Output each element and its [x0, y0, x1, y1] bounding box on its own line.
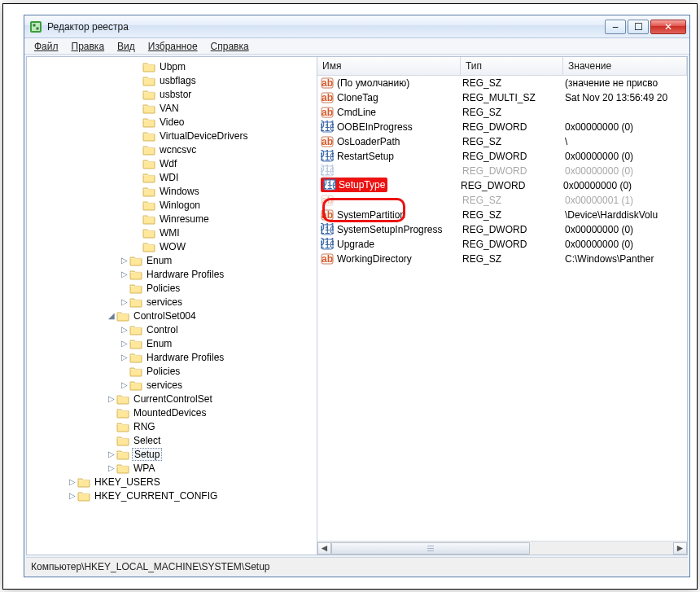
tree-node[interactable]: ▷Enum [28, 336, 317, 350]
tree-label: VAN [158, 103, 181, 114]
horizontal-scrollbar[interactable]: ◄ ► [317, 541, 687, 555]
value-data: \ [565, 136, 687, 147]
tree-twisty-icon[interactable]: ▷ [107, 463, 116, 472]
value-row[interactable]: SetupTypeREG_DWORD0x00000000 (0) [317, 178, 687, 193]
tree-node[interactable]: usbstor [28, 87, 317, 101]
tree-node[interactable]: Windows [28, 184, 317, 198]
menu-edit[interactable]: Правка [65, 39, 112, 54]
folder-icon [129, 283, 142, 294]
value-row[interactable]: RestartSetupREG_DWORD0x00000000 (0) [317, 149, 687, 164]
tree-node[interactable]: WMI [28, 226, 317, 239]
value-name: WorkingDirectory [337, 253, 462, 265]
menu-view[interactable]: Вид [111, 39, 142, 54]
value-row[interactable]: OsLoaderPathREG_SZ\ [317, 134, 687, 149]
tree-node[interactable]: ▷HKEY_CURRENT_CONFIG [28, 489, 317, 502]
value-row[interactable]: REG_DWORD0x00000000 (0) [317, 164, 687, 178]
tree-label: Windows [158, 186, 201, 197]
tree-node[interactable]: ▷Hardware Profiles [28, 350, 317, 364]
scroll-right-button[interactable]: ► [673, 542, 687, 555]
minimize-button[interactable]: – [605, 20, 626, 34]
menubar: Файл Правка Вид Избранное Справка [24, 38, 689, 55]
value-row[interactable]: UpgradeREG_DWORD0x00000000 (0) [317, 237, 687, 252]
tree-node[interactable]: ▷services [28, 295, 317, 309]
tree-node[interactable]: ▷WPA [28, 461, 317, 475]
tree-node[interactable]: Winlogon [28, 198, 317, 212]
value-row[interactable]: WorkingDirectoryREG_SZC:\Windows\Panther [317, 252, 687, 266]
tree-twisty-icon[interactable]: ▷ [68, 491, 77, 500]
value-type: REG_SZ [462, 209, 565, 221]
tree-node[interactable]: Policies [28, 281, 317, 295]
col-value[interactable]: Значение [563, 57, 687, 75]
value-type: REG_SZ [462, 136, 565, 147]
tree-twisty-icon[interactable]: ▷ [107, 449, 116, 458]
tree-node[interactable]: Wdf [28, 156, 317, 170]
tree-node[interactable]: Ubpm [28, 59, 317, 73]
tree-twisty-icon[interactable]: ▷ [120, 256, 129, 265]
titlebar[interactable]: Редактор реестра – ☐ ✕ [24, 15, 689, 38]
tree-node[interactable]: RNG [28, 419, 317, 433]
close-button[interactable]: ✕ [650, 20, 686, 34]
value-name: SystemSetupInProgress [337, 224, 462, 235]
value-row[interactable]: SystemPartitionREG_SZ\Device\HarddiskVol… [317, 208, 687, 222]
column-headers: Имя Тип Значение [317, 57, 687, 76]
maximize-button[interactable]: ☐ [628, 20, 649, 34]
tree-twisty-icon[interactable]: ▷ [107, 394, 116, 403]
value-row[interactable]: CmdLineREG_SZ [317, 105, 687, 120]
tree-node[interactable]: ▷Enum [28, 253, 317, 267]
value-type: REG_DWORD [462, 224, 565, 235]
tree-twisty-icon[interactable]: ▷ [120, 270, 129, 278]
tree-node[interactable]: Policies [28, 364, 317, 378]
col-type[interactable]: Тип [461, 57, 563, 75]
tree-node[interactable]: ▷CurrentControlSet [28, 392, 317, 406]
tree-twisty-icon[interactable]: ▷ [120, 380, 129, 389]
value-type: REG_SZ [462, 195, 565, 206]
col-name[interactable]: Имя [317, 57, 461, 75]
scroll-left-button[interactable]: ◄ [317, 542, 331, 555]
tree-node[interactable]: wcncsvc [28, 143, 317, 156]
tree-twisty-icon[interactable]: ◢ [107, 311, 116, 320]
reg-sz-icon [321, 106, 334, 119]
scroll-thumb[interactable] [331, 542, 530, 555]
tree-twisty-icon[interactable]: ▷ [120, 325, 129, 334]
value-name: SystemPartition [337, 209, 462, 221]
value-data: 0x00000000 (0) [565, 165, 687, 177]
folder-icon [142, 213, 155, 225]
tree-node[interactable]: ▷Setup [28, 447, 317, 461]
value-row[interactable]: SystemSetupInProgressREG_DWORD0x00000000… [317, 222, 687, 237]
tree-node[interactable]: Select [28, 433, 317, 447]
tree-node[interactable]: Winresume [28, 212, 317, 226]
folder-icon [116, 407, 129, 419]
reg-dword-icon [321, 238, 334, 251]
menu-file[interactable]: Файл [28, 39, 65, 54]
tree-node[interactable]: VirtualDeviceDrivers [28, 129, 317, 143]
value-row[interactable]: REG_SZ0x00000001 (1) [317, 193, 687, 208]
menu-favorites[interactable]: Избранное [142, 39, 204, 54]
tree-node[interactable]: ▷services [28, 378, 317, 392]
tree-node[interactable]: ▷HKEY_USERS [28, 475, 317, 489]
tree-node[interactable]: WOW [28, 239, 317, 253]
tree-node[interactable]: MountedDevices [28, 406, 317, 419]
tree-twisty-icon[interactable]: ▷ [120, 297, 129, 306]
value-row[interactable]: (По умолчанию)REG_SZ(значение не присво [317, 76, 687, 90]
value-row[interactable]: CloneTagREG_MULTI_SZSat Nov 20 13:56:49 … [317, 90, 687, 105]
reg-dword-icon [321, 223, 334, 236]
tree-label: Select [132, 435, 162, 446]
tree-node[interactable]: ▷Control [28, 322, 317, 336]
tree-node[interactable]: WDI [28, 170, 317, 184]
tree-node[interactable]: VAN [28, 101, 317, 115]
value-row[interactable]: OOBEInProgressREG_DWORD0x00000000 (0) [317, 120, 687, 134]
tree-label: HKEY_USERS [93, 476, 162, 488]
tree-node[interactable]: ◢ControlSet004 [28, 309, 317, 322]
value-data: 0x00000000 (0) [565, 121, 687, 133]
tree-node[interactable]: ▷Hardware Profiles [28, 267, 317, 281]
tree-node[interactable]: Video [28, 115, 317, 129]
scroll-track[interactable] [331, 542, 673, 555]
tree-twisty-icon[interactable]: ▷ [120, 353, 129, 362]
tree-twisty-icon[interactable]: ▷ [120, 339, 129, 348]
value-data: (значение не присво [565, 77, 687, 89]
tree-twisty-icon[interactable]: ▷ [68, 477, 77, 486]
tree-pane[interactable]: UbpmusbflagsusbstorVANVideoVirtualDevice… [27, 57, 317, 555]
tree-node[interactable]: usbflags [28, 73, 317, 87]
menu-help[interactable]: Справка [204, 39, 256, 54]
list-body[interactable]: (По умолчанию)REG_SZ(значение не присвоC… [317, 76, 687, 541]
